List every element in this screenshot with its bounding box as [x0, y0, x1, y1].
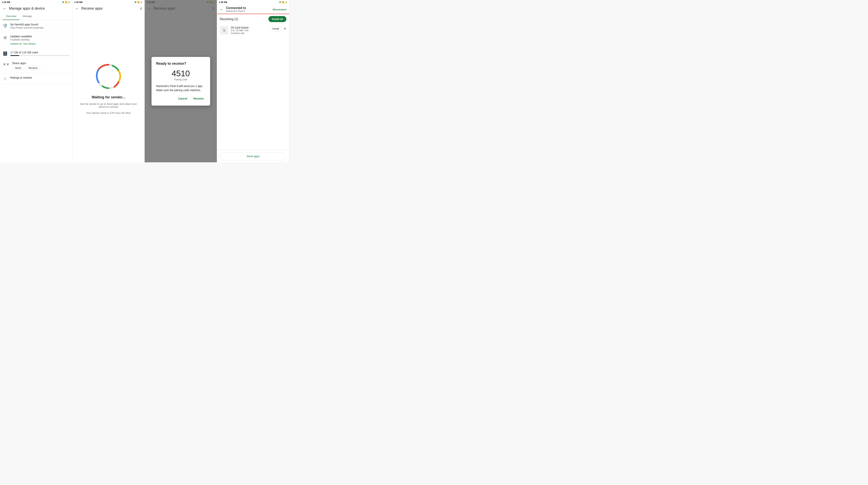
- connected-header: ← Connected to Namerah's Pixel 6 Disconn…: [217, 4, 289, 14]
- green-dot-icon-2: [135, 1, 137, 3]
- back-button-2[interactable]: ←: [75, 6, 79, 11]
- status-icons-1: 📶 🔋: [62, 1, 70, 3]
- battery-icon: 🔋: [68, 1, 70, 3]
- receiving-row: Receiving (1) Install all: [217, 14, 289, 24]
- time-1: 1:35 AM: [2, 1, 10, 3]
- app-contains-ads: Contains ads: [231, 32, 267, 35]
- grid-icon: ⊞: [3, 35, 7, 40]
- cancel-button[interactable]: Cancel: [177, 96, 189, 101]
- green-dot-icon: [62, 1, 64, 3]
- storage-fill: [10, 55, 19, 56]
- tabs-1: Overview Manage: [0, 13, 72, 20]
- see-details-button[interactable]: See details: [23, 42, 36, 45]
- battery-icon-2: 🔋: [140, 1, 143, 3]
- green-dot-icon-4: [279, 1, 281, 3]
- install-button[interactable]: Install: [269, 26, 282, 31]
- updates-item: ⊞ Updates available 8 updates pending Up…: [0, 32, 72, 48]
- top-bar-1: ← Manage apps & device: [0, 4, 72, 13]
- time-2: 1:35 AM: [74, 1, 83, 3]
- pairing-code: 4510: [156, 69, 206, 78]
- time-4: 1:36 AM: [219, 1, 227, 3]
- send-button[interactable]: Send: [12, 65, 24, 70]
- signal-icon-2: 📶: [137, 1, 140, 3]
- pairing-code-label: Pairing code: [156, 78, 206, 81]
- no-harmful-title: No harmful apps found: [10, 23, 69, 26]
- back-button-1[interactable]: ←: [3, 6, 7, 11]
- updates-subtitle: 8 updates pending: [10, 38, 69, 41]
- update-all-button[interactable]: Update all: [10, 42, 22, 45]
- receive-confirm-button[interactable]: Receive: [192, 96, 206, 101]
- battery-icon-4: 🔋: [285, 1, 287, 3]
- signal-icon-4: 📶: [282, 1, 284, 3]
- receive-button[interactable]: Receive: [25, 65, 40, 70]
- loading-spinner: [93, 61, 124, 92]
- install-all-button[interactable]: Install all: [269, 16, 286, 22]
- dialog-actions: Cancel Receive: [156, 96, 206, 101]
- page-title-1: Manage apps & device: [9, 6, 69, 10]
- waiting-subtitle: Ask the sender to go to Send apps and se…: [76, 102, 141, 108]
- send-apps-button[interactable]: Send apps: [220, 152, 286, 160]
- close-icon[interactable]: ✕: [283, 27, 286, 31]
- dialog-body: Namerah's Pixel 6 will send you 1 app. M…: [156, 84, 206, 92]
- panel-receive-dialog: 1:35 AM 📶 🔋 ← Receive apps ℹ Ready to re…: [145, 0, 217, 162]
- app-actions: Install ✕: [269, 26, 286, 31]
- page-title-2: Receive apps: [81, 6, 138, 10]
- tab-overview[interactable]: Overview: [3, 13, 20, 20]
- status-bar-4: 1:36 AM 📶 🔋: [217, 0, 289, 4]
- bottom-bar: Send apps: [217, 150, 289, 162]
- panel-receive-waiting: 1:35 AM 📶 🔋 ← Receive apps ℹ: [72, 0, 145, 162]
- no-harmful-apps-item: 🛡️ No harmful apps found Play Protect sc…: [0, 20, 72, 32]
- status-icons-2: 📶 🔋: [135, 1, 143, 3]
- status-bar-1: 1:35 AM 📶 🔋: [0, 0, 72, 4]
- panel-connected: 1:36 AM 📶 🔋 ← Connected to Namerah's Pix…: [217, 0, 289, 162]
- disconnect-button[interactable]: Disconnect: [273, 8, 286, 11]
- app-icon: 🃏: [220, 26, 228, 35]
- dialog-title: Ready to receive?: [156, 62, 206, 66]
- status-icons-4: 📶 🔋: [279, 1, 287, 3]
- tab-manage[interactable]: Manage: [20, 13, 35, 20]
- waiting-title: Waiting for sender...: [92, 95, 125, 99]
- connected-device-name: Namerah's Pixel 6: [226, 10, 270, 12]
- storage-icon: 🗄️: [3, 51, 8, 56]
- spinner-area: Waiting for sender... Ask the sender to …: [72, 13, 145, 162]
- app-meta: 0 B / 28 MB • 0%: [231, 29, 267, 32]
- top-bar-2: ← Receive apps ℹ: [72, 4, 145, 13]
- storage-title: 17 GB of 115 GB used: [10, 51, 69, 54]
- dialog-overlay: Ready to receive? 4510 Pairing code Name…: [145, 0, 217, 162]
- app-row: 🃏 29 Card Game 0 B / 28 MB • 0% Contains…: [217, 24, 289, 37]
- ready-to-receive-dialog: Ready to receive? 4510 Pairing code Name…: [152, 57, 210, 105]
- info-icon-2[interactable]: ℹ: [141, 6, 142, 11]
- share-icon: ✕✕: [3, 62, 9, 67]
- ratings-title: Ratings & reviews: [10, 76, 69, 79]
- ratings-item[interactable]: ☆ Ratings & reviews: [0, 73, 72, 84]
- connected-to-label: Connected to: [226, 6, 270, 10]
- share-actions: Send Receive: [12, 65, 69, 70]
- updates-title: Updates available: [10, 35, 69, 38]
- app-name: 29 Card Game: [231, 26, 267, 29]
- updates-actions: Update all See details: [10, 42, 69, 45]
- storage-bar: [10, 55, 69, 56]
- panel-manage-apps: 1:35 AM 📶 🔋 ← Manage apps & device Overv…: [0, 0, 72, 162]
- shield-icon: 🛡️: [3, 23, 8, 28]
- star-icon: ☆: [3, 77, 7, 81]
- spacer: [217, 37, 289, 150]
- share-apps-title: Share apps: [12, 62, 69, 65]
- device-name-label: Your device name is ZTE Axon 40 Ultra: [86, 112, 130, 114]
- status-bar-2: 1:35 AM 📶 🔋: [72, 0, 145, 4]
- signal-icon: 📶: [65, 1, 67, 3]
- back-button-4[interactable]: ←: [220, 7, 224, 12]
- no-harmful-subtitle: Play Protect scanned yesterday: [10, 26, 69, 29]
- storage-item: 🗄️ 17 GB of 115 GB used: [0, 48, 72, 59]
- receiving-label: Receiving (1): [220, 18, 238, 21]
- share-apps-item: ✕✕ Share apps Send Receive: [0, 59, 72, 73]
